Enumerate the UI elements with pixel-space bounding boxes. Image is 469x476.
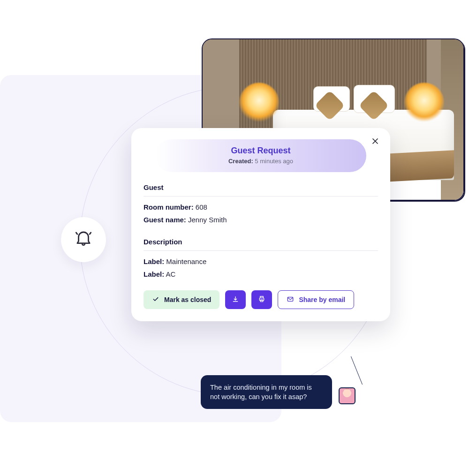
action-bar: Mark as closed Share by email	[144, 290, 378, 309]
card-created: Created: 5 minutes ago	[165, 158, 357, 165]
guest-avatar	[339, 387, 356, 404]
check-icon	[152, 295, 159, 304]
print-button[interactable]	[251, 290, 272, 309]
download-button[interactable]	[225, 290, 246, 309]
print-icon	[258, 295, 265, 304]
guest-request-card: Guest Request Created: 5 minutes ago Gue…	[131, 128, 390, 321]
mail-icon	[287, 295, 294, 304]
close-icon	[371, 139, 380, 147]
download-icon	[232, 295, 239, 304]
label-row-1: Label: Maintenance	[144, 257, 378, 265]
share-email-label: Share by email	[299, 296, 345, 303]
mark-closed-label: Mark as closed	[164, 296, 211, 303]
chat-message: The air conditioning in my room is not w…	[201, 375, 332, 409]
section-heading-guest: Guest	[144, 183, 378, 196]
bell-icon	[74, 229, 93, 250]
guest-name-row: Guest name: Jenny Smith	[144, 216, 378, 224]
chat-bubble: The air conditioning in my room is not w…	[201, 375, 332, 409]
mark-closed-button[interactable]: Mark as closed	[144, 290, 219, 309]
close-button[interactable]	[371, 136, 380, 146]
card-header: Guest Request Created: 5 minutes ago	[155, 139, 366, 172]
card-title: Guest Request	[165, 146, 357, 156]
chat-text: The air conditioning in my room is not w…	[210, 384, 312, 400]
notification-indicator	[61, 217, 106, 262]
label-row-2: Label: AC	[144, 270, 378, 278]
section-heading-description: Description	[144, 238, 378, 251]
room-number-row: Room number: 608	[144, 203, 378, 211]
share-email-button[interactable]: Share by email	[278, 290, 354, 309]
